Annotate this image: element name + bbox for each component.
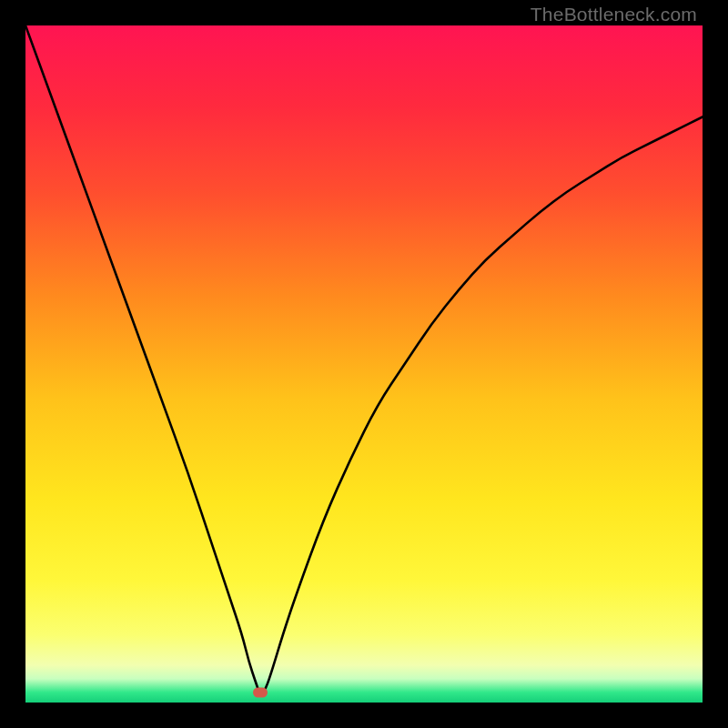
minimum-marker bbox=[253, 687, 268, 697]
chart-frame: TheBottleneck.com bbox=[0, 0, 728, 728]
watermark-text: TheBottleneck.com bbox=[531, 4, 697, 25]
bottleneck-curve bbox=[25, 25, 703, 703]
plot-area bbox=[25, 25, 703, 703]
